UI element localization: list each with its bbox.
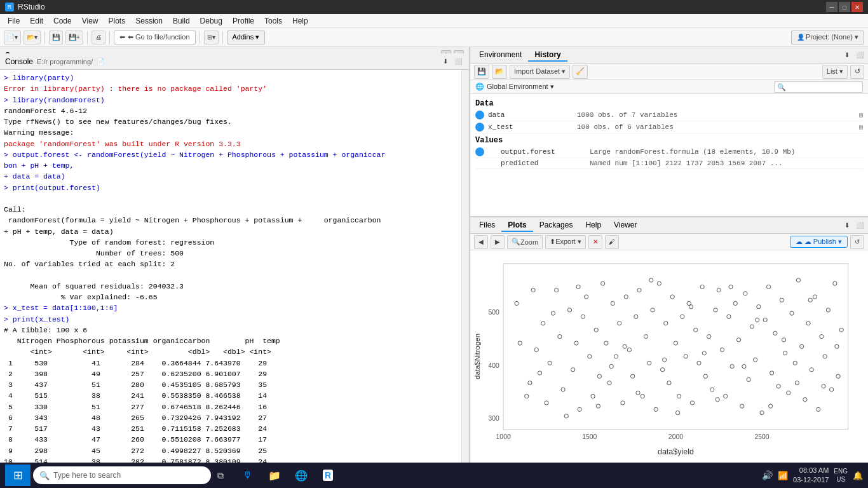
close-button[interactable]: ✕ [851,2,863,12]
taskbar-app-cortana[interactable]: 🎙 [235,464,261,486]
svg-text:300: 300 [489,415,500,422]
data-grid-icon[interactable]: ▤ [859,111,863,119]
taskview-button[interactable]: ⧉ [214,468,227,482]
plots-minimize-button[interactable]: ⬇ [843,221,851,229]
plot-export-button[interactable]: ⬆ Export ▾ [545,235,586,249]
forest-desc: Large randomForest.formula (18 elements,… [590,148,863,156]
menu-tools[interactable]: Tools [259,15,287,27]
taskbar-volume-icon[interactable]: 🔊 [762,470,773,480]
env-row-xtest: x_test 100 obs. of 6 variables ▤ [475,121,863,133]
console-line-14: randomForest(formula = yield ~ Nitrogen … [4,215,465,226]
title-bar: R RStudio ─ □ ✕ [0,0,868,14]
toolbar-separator-5 [222,31,223,44]
taskbar-search-label: Type here to search [53,471,121,480]
save-all-button[interactable]: 💾+ [65,30,83,44]
console-maximize-button[interactable]: ⬜ [452,57,464,65]
taskbar-apps: 🎙 📁 🌐 R [235,464,341,486]
plot-back-button[interactable]: ◀ [474,235,488,249]
plot-zoom-button[interactable]: 🔍 Zoom [507,235,543,249]
data-desc: 1000 obs. of 7 variables [577,111,857,119]
menu-build[interactable]: Build [168,15,195,27]
console-body[interactable]: > library(party) Error in library(party)… [0,70,469,463]
print-button[interactable]: 🖨 [92,30,105,44]
clear-env-button[interactable]: 🧹 [573,65,588,79]
console-minimize-button[interactable]: ⬇ [441,57,450,65]
new-file-button[interactable]: 📄▾ [4,30,21,44]
plot-refresh-button[interactable]: ↺ [850,235,864,249]
import-dataset-button[interactable]: Import Dataset ▾ [510,65,570,79]
open-file-button[interactable]: 📂▾ [24,30,41,44]
zoom-icon: 🔍 [512,238,520,246]
console-line-27: 1 530 41 284 0.3664844 7.643970 29 [4,358,465,369]
menu-code[interactable]: Code [48,15,77,27]
env-maximize-button[interactable]: ⬜ [854,51,865,59]
addins-button[interactable]: Addins ▾ [227,30,266,44]
menu-file[interactable]: File [3,15,25,27]
env-search-input[interactable] [774,81,863,93]
console-line-19 [4,270,465,281]
console-line-28: 2 398 49 257 0.6235200 6.901007 29 [4,369,465,379]
global-env-bar: 🌐 Global Environment ▾ [470,80,868,94]
taskbar-app-explorer[interactable]: 📁 [262,464,287,486]
tab-viewer[interactable]: Viewer [607,219,643,232]
plot-delete-button[interactable]: ✕ [588,235,602,249]
publish-button[interactable]: ☁ ☁ Publish ▾ [790,236,848,248]
workspace-button[interactable]: ⊞▾ [204,30,219,44]
menu-edit[interactable]: Edit [25,15,48,27]
plots-maximize-button[interactable]: ⬜ [854,221,865,229]
console-line-26: <int> <int> <int> <dbl> <dbl> <int> [4,346,465,357]
xtest-grid-icon[interactable]: ▤ [859,123,863,131]
env-minimize-button[interactable]: ⬇ [843,51,851,59]
taskbar-app-chrome[interactable]: 🌐 [288,464,314,486]
global-env-label[interactable]: Global Environment ▾ [487,83,554,91]
console-line-18: No. of variables tried at each split: 2 [4,259,465,269]
tab-history[interactable]: History [528,49,567,62]
taskbar-search[interactable]: 🔍 Type here to search [33,466,211,484]
plot-brush-button[interactable]: 🖌 [605,235,619,249]
taskbar-app-rstudio[interactable]: R [315,464,341,486]
save-button[interactable]: 💾 [49,30,63,44]
tab-files[interactable]: Files [473,219,501,232]
forest-icon [475,147,484,156]
app-icon: R [5,3,14,11]
console-line-4: randomForest 4.6-12 [4,105,465,116]
xtest-icon [475,123,484,132]
menu-plots[interactable]: Plots [104,15,131,27]
goto-file-button[interactable]: ⬅ ⬅ Go to file/function [114,30,196,44]
console-line-8: > output.forest <- randomForest(yield ~ … [4,149,465,160]
menu-debug[interactable]: Debug [195,15,227,27]
list-view-button[interactable]: List ▾ [822,65,848,79]
console-line-1: > library(party) [4,72,465,83]
tab-help[interactable]: Help [579,219,607,232]
plot-forward-button[interactable]: ▶ [491,235,505,249]
menu-profile[interactable]: Profile [227,15,259,27]
console-scrollbar[interactable] [461,70,469,463]
taskbar-network-icon[interactable]: 📶 [778,471,788,480]
menu-view[interactable]: View [77,15,104,27]
taskbar-notification-icon[interactable]: 🔔 [853,471,863,480]
env-row-predicted: predicted Named num [1:100] 2122 1737 20… [475,158,863,169]
menu-help[interactable]: Help [287,15,313,27]
taskbar-time-value: 08:03 AM [793,466,829,475]
project-button[interactable]: 👤 Project: (None) ▾ [791,30,864,44]
minimize-button[interactable]: ─ [826,2,837,12]
console-line-25: Nitrogen Phosphorous potassium organicca… [4,336,465,346]
toolbar-separator-3 [109,31,110,44]
env-load-button[interactable]: 📂 [492,65,507,79]
tab-plots[interactable]: Plots [501,219,532,232]
data-icon [475,111,484,119]
menu-session[interactable]: Session [130,15,168,27]
console-line-20: Mean of squared residuals: 204032.3 [4,281,465,292]
maximize-button[interactable]: □ [839,2,850,12]
export-icon: ⬆ [550,238,555,246]
tab-packages[interactable]: Packages [533,219,580,232]
env-save-button[interactable]: 💾 [474,65,489,79]
env-refresh-button[interactable]: ↺ [850,65,864,79]
svg-text:1500: 1500 [582,433,597,440]
console-line-11: > print(output.forest) [4,182,465,193]
console-line-35: 9 298 45 272 0.4998227 8.520369 25 [4,445,465,456]
start-button[interactable]: ⊞ [5,464,31,486]
tab-environment[interactable]: Environment [473,49,528,62]
console-line-15: + pH + temp, data = data) [4,226,465,237]
console-line-29: 3 437 51 280 0.4535105 8.685793 35 [4,379,465,390]
